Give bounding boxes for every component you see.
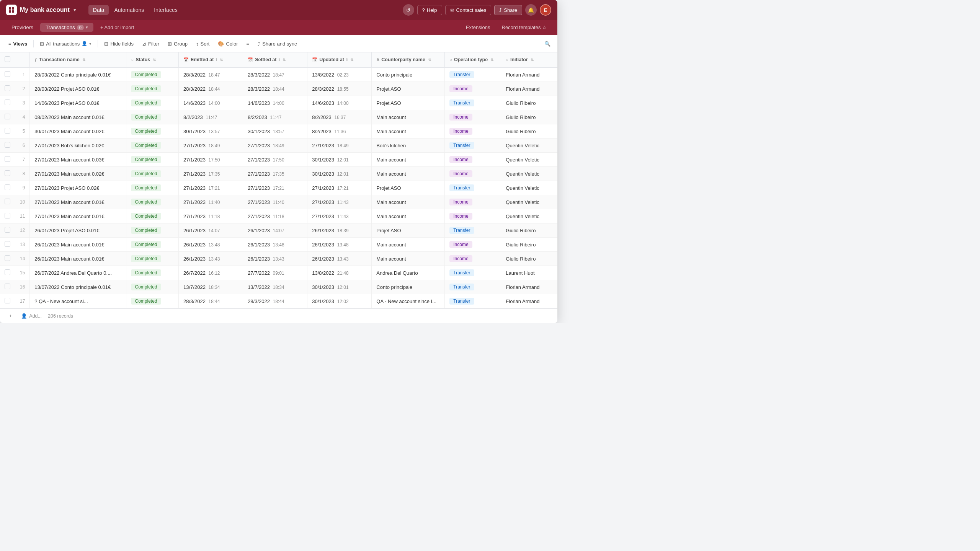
views-button[interactable]: ≡ Views bbox=[5, 39, 31, 49]
row-checkbox[interactable] bbox=[5, 298, 10, 303]
table-row[interactable]: 11 27/01/2023 Main account 0.01€ Complet… bbox=[0, 209, 557, 223]
table-row[interactable]: 13 26/01/2023 Main account 0.01€ Complet… bbox=[0, 238, 557, 252]
col-tx-sort-icon[interactable]: ⇅ bbox=[82, 58, 85, 62]
col-header-settled[interactable]: 📅 Settled at ℹ ⇅ bbox=[243, 52, 307, 67]
group-button[interactable]: ⊞ Group bbox=[164, 39, 191, 49]
row-checkbox[interactable] bbox=[5, 227, 10, 233]
row-checkbox[interactable] bbox=[5, 99, 10, 105]
sort-button[interactable]: ↕ Sort bbox=[192, 39, 213, 49]
row-checkbox[interactable] bbox=[5, 142, 10, 148]
color-button[interactable]: 🎨 Color bbox=[214, 39, 242, 49]
hide-fields-button[interactable]: ⊟ Hide fields bbox=[100, 39, 137, 49]
row-checkbox[interactable] bbox=[5, 114, 10, 119]
row-checkbox[interactable] bbox=[5, 255, 10, 261]
emitted-cell: 26/1/2023 13:48 bbox=[179, 238, 243, 252]
col-status-sort-icon[interactable]: ⇅ bbox=[153, 58, 156, 62]
table-row[interactable]: 15 26/07/2022 Andrea Del Quarto 0.... Co… bbox=[0, 266, 557, 280]
filter-button[interactable]: ⊿ Filter bbox=[138, 39, 163, 49]
tx-name: 08/02/2023 Main account 0.01€ bbox=[34, 114, 104, 120]
optype-badge: Transfer bbox=[449, 269, 474, 276]
table-row[interactable]: 14 26/01/2023 Main account 0.01€ Complet… bbox=[0, 252, 557, 266]
optype-cell: Transfer bbox=[445, 139, 501, 153]
col-header-initiator[interactable]: ○ Initiator ⇅ bbox=[501, 52, 557, 67]
col-header-status[interactable]: ○ Status ⇅ bbox=[126, 52, 179, 67]
optype-badge: Transfer bbox=[449, 227, 474, 234]
row-checkbox[interactable] bbox=[5, 213, 10, 218]
table-row[interactable]: 12 26/01/2023 Projet ASO 0.01€ Completed… bbox=[0, 223, 557, 238]
status-cell: Completed bbox=[126, 181, 179, 195]
notifications-icon[interactable]: 🔔 bbox=[525, 4, 537, 16]
col-optype-sort-icon[interactable]: ⇅ bbox=[490, 58, 493, 62]
initiator-name: Florian Armand bbox=[506, 284, 539, 290]
table-row[interactable]: 2 28/03/2022 Projet ASO 0.01€ Completed … bbox=[0, 82, 557, 96]
nav-item-data[interactable]: Data bbox=[88, 5, 109, 15]
settled-time: 11:47 bbox=[270, 115, 281, 120]
record-templates-button[interactable]: Record templates ☆ bbox=[497, 23, 552, 32]
row-checkbox[interactable] bbox=[5, 128, 10, 134]
table-row[interactable]: 9 27/01/2023 Projet ASO 0.02€ Completed … bbox=[0, 181, 557, 195]
updated-time: 02:23 bbox=[337, 72, 349, 78]
all-transactions-view[interactable]: ⊞ All transactions 👤 ▾ bbox=[36, 39, 95, 49]
row-checkbox-cell bbox=[0, 238, 15, 252]
col-header-optype[interactable]: ○ Operation type ⇅ bbox=[445, 52, 501, 67]
settled-cell: 28/3/2022 18:44 bbox=[243, 82, 307, 96]
density-icon: ≡ bbox=[247, 41, 250, 47]
col-counterparty-sort-icon[interactable]: ⇅ bbox=[428, 58, 431, 62]
app-logo[interactable]: My bank account ▾ bbox=[6, 5, 76, 15]
avatar[interactable]: E bbox=[540, 4, 551, 16]
col-header-emitted[interactable]: 📅 Emitted at ℹ ⇅ bbox=[179, 52, 243, 67]
help-button[interactable]: ? Help bbox=[417, 5, 442, 15]
share-button[interactable]: ⤴ Share bbox=[494, 5, 522, 15]
row-checkbox[interactable] bbox=[5, 170, 10, 176]
add-row-button[interactable]: + bbox=[6, 312, 15, 320]
col-initiator-sort-icon[interactable]: ⇅ bbox=[531, 58, 534, 62]
row-checkbox[interactable] bbox=[5, 269, 10, 275]
col-settled-sort-icon[interactable]: ⇅ bbox=[283, 58, 286, 62]
col-header-counterparty[interactable]: A Counterparty name ⇅ bbox=[372, 52, 445, 67]
select-all-checkbox[interactable] bbox=[5, 56, 10, 62]
row-checkbox[interactable] bbox=[5, 199, 10, 204]
nav-item-automations[interactable]: Automations bbox=[109, 5, 149, 15]
status-badge: Completed bbox=[131, 71, 161, 78]
row-checkbox[interactable] bbox=[5, 85, 10, 91]
row-checkbox[interactable] bbox=[5, 184, 10, 190]
row-checkbox-cell bbox=[0, 67, 15, 82]
subnav-transactions[interactable]: Transactions 0 ▾ bbox=[40, 23, 93, 32]
col-updated-sort-icon[interactable]: ⇅ bbox=[350, 58, 353, 62]
table-row[interactable]: 5 30/01/2023 Main account 0.02€ Complete… bbox=[0, 124, 557, 139]
history-icon[interactable]: ↺ bbox=[403, 4, 414, 16]
updated-date: 30/1/2023 bbox=[312, 171, 334, 177]
col-header-tx[interactable]: ƒ Transaction name ⇅ bbox=[30, 52, 126, 67]
table-row[interactable]: 7 27/01/2023 Main account 0.03€ Complete… bbox=[0, 153, 557, 167]
tx-name: 27/01/2023 Bob's kitchen 0.02€ bbox=[34, 143, 104, 148]
density-button[interactable]: ≡ bbox=[243, 39, 253, 49]
title-chevron-icon[interactable]: ▾ bbox=[74, 7, 76, 13]
share-sync-button[interactable]: ⤴ Share and sync bbox=[254, 39, 301, 49]
row-checkbox[interactable] bbox=[5, 241, 10, 247]
table-row[interactable]: 3 14/06/2023 Projet ASO 0.01€ Completed … bbox=[0, 96, 557, 110]
search-button[interactable]: 🔍 bbox=[542, 38, 553, 49]
add-import-button[interactable]: + Add or import bbox=[96, 23, 138, 32]
contact-sales-button[interactable]: ✉ Contact sales bbox=[445, 5, 492, 15]
person-icon: 👤 bbox=[82, 41, 87, 46]
nav-item-interfaces[interactable]: Interfaces bbox=[149, 5, 182, 15]
col-emitted-sort-icon[interactable]: ⇅ bbox=[220, 58, 223, 62]
col-header-updated[interactable]: 📅 Updated at ℹ ⇅ bbox=[307, 52, 372, 67]
emitted-date: 26/7/2022 bbox=[183, 270, 206, 276]
table-row[interactable]: 10 27/01/2023 Main account 0.01€ Complet… bbox=[0, 195, 557, 209]
row-checkbox-cell bbox=[0, 195, 15, 209]
help-icon: ? bbox=[422, 7, 425, 13]
row-checkbox[interactable] bbox=[5, 284, 10, 289]
row-checkbox[interactable] bbox=[5, 156, 10, 162]
table-row[interactable]: 1 28/03/2022 Conto principale 0.01€ Comp… bbox=[0, 67, 557, 82]
table-row[interactable]: 8 27/01/2023 Main account 0.02€ Complete… bbox=[0, 167, 557, 181]
table-row[interactable]: 17 ? QA - New account si... Completed 28… bbox=[0, 294, 557, 308]
add-field-button[interactable]: 👤 Add... bbox=[18, 312, 45, 320]
emitted-date: 26/1/2023 bbox=[183, 256, 206, 262]
row-checkbox[interactable] bbox=[5, 71, 10, 77]
table-row[interactable]: 16 13/07/2022 Conto principale 0.01€ Com… bbox=[0, 280, 557, 294]
table-row[interactable]: 4 08/02/2023 Main account 0.01€ Complete… bbox=[0, 110, 557, 124]
subnav-providers[interactable]: Providers bbox=[6, 23, 39, 32]
extensions-button[interactable]: Extensions bbox=[461, 23, 495, 32]
table-row[interactable]: 6 27/01/2023 Bob's kitchen 0.02€ Complet… bbox=[0, 139, 557, 153]
